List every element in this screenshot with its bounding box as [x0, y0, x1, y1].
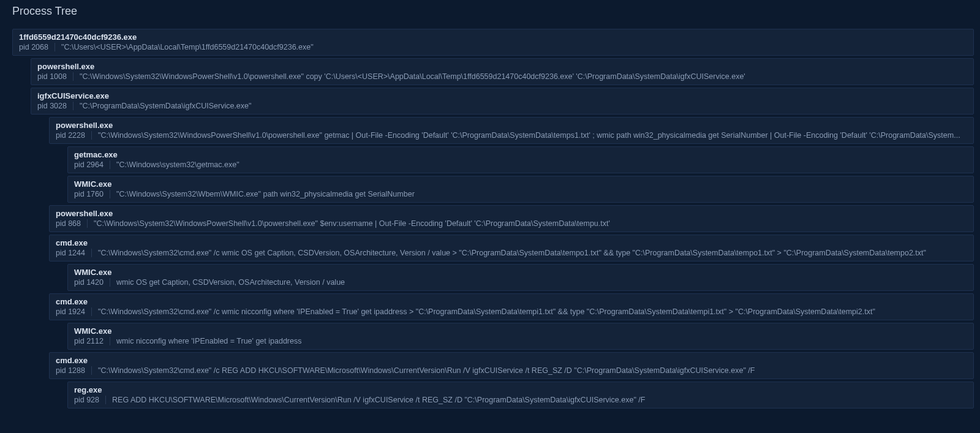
- process-children: getmac.exepid 2964"C:\Windows\system32\g…: [67, 146, 974, 203]
- process-cmd: "C:\Windows\System32\WindowsPowerShell\v…: [92, 131, 967, 140]
- process-name: WMIC.exe: [74, 179, 967, 189]
- process-name: powershell.exe: [56, 209, 967, 218]
- process-details: pid 2228"C:\Windows\System32\WindowsPowe…: [56, 131, 967, 140]
- process-node[interactable]: powershell.exepid 1008"C:\Windows\System…: [31, 58, 974, 85]
- process-pid: pid 1244: [56, 249, 92, 257]
- process-details: pid 3028"C:\ProgramData\SystemData\igfxC…: [37, 102, 967, 110]
- process-name: WMIC.exe: [74, 326, 967, 336]
- process-details: pid 1288"C:\Windows\System32\cmd.exe" /c…: [56, 366, 967, 375]
- process-children: powershell.exepid 1008"C:\Windows\System…: [31, 58, 974, 409]
- process-node[interactable]: cmd.exepid 1924"C:\Windows\System32\cmd.…: [49, 293, 974, 320]
- process-node[interactable]: cmd.exepid 1288"C:\Windows\System32\cmd.…: [49, 352, 974, 379]
- process-tree: 1ffd6559d21470c40dcf9236.exepid 2068"C:\…: [0, 18, 980, 409]
- process-pid: pid 1924: [56, 307, 92, 316]
- process-node[interactable]: getmac.exepid 2964"C:\Windows\system32\g…: [67, 146, 974, 173]
- process-pid: pid 2964: [74, 160, 110, 169]
- process-details: pid 2068"C:\Users\<USER>\AppData\Local\T…: [19, 43, 967, 51]
- process-node[interactable]: cmd.exepid 1244"C:\Windows\System32\cmd.…: [49, 235, 974, 262]
- process-node[interactable]: powershell.exepid 2228"C:\Windows\System…: [49, 117, 974, 144]
- process-pid: pid 1420: [74, 278, 110, 287]
- process-name: 1ffd6559d21470c40dcf9236.exe: [19, 32, 967, 42]
- process-name: cmd.exe: [56, 356, 967, 365]
- process-name: igfxCUIService.exe: [37, 91, 967, 100]
- process-cmd: "C:\Windows\System32\cmd.exe" /c wmic OS…: [92, 249, 967, 257]
- process-cmd: "C:\Windows\System32\cmd.exe" /c REG ADD…: [92, 366, 967, 375]
- process-pid: pid 3028: [37, 102, 74, 110]
- process-children: WMIC.exepid 2112wmic nicconfig where 'IP…: [67, 323, 974, 350]
- process-name: powershell.exe: [37, 62, 967, 71]
- process-cmd: REG ADD HKCU\SOFTWARE\Microsoft\Windows\…: [106, 396, 967, 404]
- process-name: cmd.exe: [56, 297, 967, 306]
- process-details: pid 928REG ADD HKCU\SOFTWARE\Microsoft\W…: [74, 396, 967, 404]
- process-children: reg.exepid 928REG ADD HKCU\SOFTWARE\Micr…: [67, 382, 974, 409]
- page-title: Process Tree: [0, 0, 980, 18]
- process-details: pid 1008"C:\Windows\System32\WindowsPowe…: [37, 72, 967, 81]
- process-details: pid 1244"C:\Windows\System32\cmd.exe" /c…: [56, 249, 967, 257]
- process-pid: pid 2068: [19, 43, 55, 51]
- process-name: WMIC.exe: [74, 268, 967, 277]
- process-node[interactable]: reg.exepid 928REG ADD HKCU\SOFTWARE\Micr…: [67, 382, 974, 409]
- process-cmd: "C:\Windows\System32\WindowsPowerShell\v…: [88, 219, 967, 228]
- process-name: getmac.exe: [74, 150, 967, 159]
- process-pid: pid 2228: [56, 131, 92, 140]
- process-name: reg.exe: [74, 385, 967, 394]
- process-details: pid 868"C:\Windows\System32\WindowsPower…: [56, 219, 967, 228]
- process-pid: pid 928: [74, 396, 106, 404]
- process-cmd: wmic nicconfig where 'IPEnabled = True' …: [110, 337, 967, 345]
- process-details: pid 2964"C:\Windows\system32\getmac.exe": [74, 160, 967, 169]
- process-pid: pid 868: [56, 219, 88, 228]
- process-cmd: "C:\Windows\System32\WindowsPowerShell\v…: [74, 72, 967, 81]
- process-details: pid 2112wmic nicconfig where 'IPEnabled …: [74, 337, 967, 345]
- process-cmd: "C:\Windows\System32\cmd.exe" /c wmic ni…: [92, 307, 967, 316]
- process-details: pid 1420wmic OS get Caption, CSDVersion,…: [74, 278, 967, 287]
- process-node[interactable]: 1ffd6559d21470c40dcf9236.exepid 2068"C:\…: [12, 29, 974, 56]
- process-node[interactable]: igfxCUIService.exepid 3028"C:\ProgramDat…: [31, 88, 974, 115]
- process-pid: pid 1288: [56, 366, 92, 375]
- process-cmd: "C:\ProgramData\SystemData\igfxCUIServic…: [74, 102, 967, 110]
- process-details: pid 1760"C:\Windows\System32\Wbem\WMIC.e…: [74, 190, 967, 198]
- process-name: powershell.exe: [56, 121, 967, 130]
- process-children: WMIC.exepid 1420wmic OS get Caption, CSD…: [67, 264, 974, 291]
- process-details: pid 1924"C:\Windows\System32\cmd.exe" /c…: [56, 307, 967, 316]
- process-node[interactable]: WMIC.exepid 1420wmic OS get Caption, CSD…: [67, 264, 974, 291]
- process-node[interactable]: powershell.exepid 868"C:\Windows\System3…: [49, 205, 974, 232]
- process-cmd: "C:\Windows\system32\getmac.exe": [110, 160, 967, 169]
- process-pid: pid 2112: [74, 337, 110, 345]
- process-node[interactable]: WMIC.exepid 1760"C:\Windows\System32\Wbe…: [67, 176, 974, 203]
- process-children: powershell.exepid 2228"C:\Windows\System…: [49, 117, 974, 409]
- process-node[interactable]: WMIC.exepid 2112wmic nicconfig where 'IP…: [67, 323, 974, 350]
- process-pid: pid 1760: [74, 190, 110, 198]
- process-pid: pid 1008: [37, 72, 74, 81]
- process-cmd: "C:\Windows\System32\Wbem\WMIC.exe" path…: [110, 190, 967, 198]
- process-cmd: "C:\Users\<USER>\AppData\Local\Temp\1ffd…: [55, 43, 967, 51]
- process-name: cmd.exe: [56, 238, 967, 247]
- process-cmd: wmic OS get Caption, CSDVersion, OSArchi…: [110, 278, 967, 287]
